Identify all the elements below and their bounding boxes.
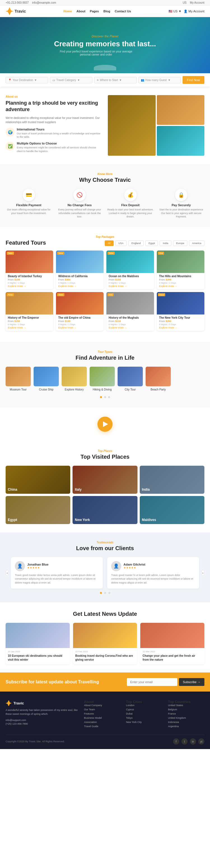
filter-egypt[interactable]: Egypt xyxy=(145,241,158,246)
nav-home[interactable]: Home xyxy=(64,9,72,13)
packages-row-2: New History of The Emperor From $150 0 N… xyxy=(6,292,204,331)
testimonial-author-info-1: Adam Gilchrist ★★★★★ xyxy=(124,563,145,569)
package-more-3[interactable]: Explore more → xyxy=(159,285,202,287)
place-card-egypt[interactable]: Egypt xyxy=(6,496,70,524)
nav-lang[interactable]: 🇺🇸 US ▼ xyxy=(169,9,181,13)
package-more-4[interactable]: Explore more → xyxy=(8,326,51,329)
news-card-1[interactable]: 15 Feb 2022 Booking travel during Corona… xyxy=(73,623,137,664)
footer-link-association[interactable]: Association xyxy=(84,721,120,723)
dot-3[interactable] xyxy=(108,396,110,398)
footer-link-belgium[interactable]: Belgium xyxy=(168,708,204,711)
top-bar-lang[interactable]: US xyxy=(182,1,186,4)
footer-link-business[interactable]: Business Model xyxy=(84,716,120,719)
nav-blog[interactable]: Blog xyxy=(103,9,110,13)
place-card-china[interactable]: China xyxy=(6,466,70,494)
footer-link-indonesia[interactable]: Indonesia xyxy=(168,721,204,723)
navbar: Travic Home About Pages Blog Contact Us … xyxy=(0,6,210,17)
place-card-newyork[interactable]: New York xyxy=(72,496,137,524)
footer-link-france[interactable]: France xyxy=(168,712,204,715)
footer-link-dubai[interactable]: Dubai xyxy=(126,712,163,715)
logo[interactable]: Travic xyxy=(6,7,26,15)
footer-col-countries-title: Top Countries xyxy=(168,700,204,704)
filter-all[interactable]: All xyxy=(105,241,114,246)
testimonials-tag: Testimonials xyxy=(6,541,204,544)
dot-2[interactable] xyxy=(104,396,106,398)
package-more-7[interactable]: Explore more → xyxy=(159,326,202,329)
place-card-maldives[interactable]: Maldives xyxy=(140,496,204,524)
footer-link-london[interactable]: London xyxy=(126,704,163,707)
footer-link-cyprus[interactable]: Cyprus xyxy=(126,708,163,711)
category-input[interactable]: 🗂 Travel Category ▼ xyxy=(50,77,93,83)
package-card-1: New Wildness of California From $354 0 N… xyxy=(56,250,104,289)
top-bar-right: US My Account xyxy=(182,1,204,4)
filter-england[interactable]: England xyxy=(128,241,144,246)
top-bar: +91-213-560-9837 info@example.com US My … xyxy=(0,0,210,6)
testimonials-next[interactable]: › xyxy=(201,570,204,576)
news-card-0[interactable]: 10 Jan 2022 10 European ski destinations… xyxy=(6,623,70,664)
youtube-icon[interactable]: yt xyxy=(198,738,204,745)
history-tour-image xyxy=(62,367,87,386)
nav-about[interactable]: About xyxy=(76,9,85,13)
package-card-3: Hot The Hills and Mountains From $299 0 … xyxy=(157,250,204,289)
testimonial-dot-3[interactable] xyxy=(108,592,110,594)
linkedin-icon[interactable]: in xyxy=(190,738,196,745)
news-card-2[interactable]: 22 Mar 2022 Change your place and get th… xyxy=(140,623,204,664)
subscribe-email-input[interactable] xyxy=(127,678,177,686)
testimonial-dot-2[interactable] xyxy=(104,592,106,594)
tour-type-hiking[interactable]: Hiking & Diving xyxy=(90,367,115,391)
place-card-india[interactable]: India xyxy=(140,466,204,494)
package-more-5[interactable]: Explore more → xyxy=(58,326,101,329)
footer-social: f t in yt xyxy=(173,738,204,745)
top-bar-account[interactable]: My Account xyxy=(190,1,204,4)
footer-link-argentina[interactable]: Argentina xyxy=(168,725,204,728)
tour-type-beach[interactable]: Beach Party xyxy=(146,367,171,391)
testimonial-dot-1[interactable] xyxy=(100,592,102,594)
package-meta-0: 0 Nights / 1 Days xyxy=(8,282,51,284)
package-more-0[interactable]: Explore more → xyxy=(8,285,51,287)
tour-type-museum[interactable]: Museum Tour xyxy=(6,367,31,391)
dot-1[interactable] xyxy=(100,396,102,398)
footer-link-tokyo[interactable]: Tokyo xyxy=(126,716,163,719)
package-card-5: Sale The old Empire of China From $183 0… xyxy=(56,292,104,331)
tour-type-cruise[interactable]: Cruise Ship xyxy=(34,367,59,391)
nav-account[interactable]: 👤 My Account xyxy=(184,9,204,13)
packages-header: Featured Tours All USA England Egypt Ind… xyxy=(6,240,204,246)
package-more-2[interactable]: Explore more → xyxy=(109,285,152,287)
package-badge-5: Sale xyxy=(57,293,64,296)
filter-usa[interactable]: USA xyxy=(115,241,127,246)
filter-europe[interactable]: Europe xyxy=(173,241,187,246)
twitter-icon[interactable]: t xyxy=(181,738,187,745)
tour-type-city[interactable]: City Tour xyxy=(117,367,143,391)
footer-link-our-team[interactable]: Our Team xyxy=(84,708,120,711)
destination-input[interactable]: 📍 Your Destination ▼ xyxy=(6,77,48,83)
testimonial-name-1: Adam Gilchrist xyxy=(124,563,145,566)
museum-tour-label: Museum Tour xyxy=(6,388,31,391)
find-now-button[interactable]: Find Now xyxy=(182,76,204,84)
guests-input[interactable]: 👥 How many Guest ▼ xyxy=(138,77,181,83)
package-more-1[interactable]: Explore more → xyxy=(58,285,101,287)
package-more-6[interactable]: Explore more → xyxy=(109,326,152,329)
filter-america[interactable]: America xyxy=(189,241,204,246)
footer-link-about-company[interactable]: About Company xyxy=(84,704,120,707)
testimonials-prev[interactable]: ‹ xyxy=(6,570,9,576)
footer-link-features[interactable]: Features xyxy=(84,712,120,715)
footer-link-travel-guide[interactable]: Travel Guide xyxy=(84,725,120,728)
footer-copyright: Copyright ©2020 By Travic Site. All Righ… xyxy=(6,740,65,743)
testimonials-section: Testimonials Love from our Clients ‹ 👤 J… xyxy=(0,532,210,602)
testimonial-name-0: Jonathan Blue xyxy=(27,563,48,566)
nav-contact[interactable]: Contact Us xyxy=(115,9,131,13)
facebook-icon[interactable]: f xyxy=(173,738,179,745)
tour-type-history[interactable]: Explore History xyxy=(62,367,87,391)
package-price-2: From $150 xyxy=(109,278,152,281)
play-button[interactable] xyxy=(98,416,112,432)
filter-india[interactable]: India xyxy=(160,241,171,246)
about-image-main xyxy=(108,95,156,156)
about-images xyxy=(108,95,204,156)
footer-link-usa[interactable]: United States xyxy=(168,704,204,707)
subscribe-button[interactable]: Subscribe → xyxy=(179,678,204,686)
depart-input[interactable]: ✈ Where to Start ▼ xyxy=(94,77,137,83)
place-card-italy[interactable]: Italy xyxy=(72,466,137,494)
nav-pages[interactable]: Pages xyxy=(90,9,99,13)
footer-link-nyc[interactable]: New York City xyxy=(126,721,163,723)
footer-link-uk[interactable]: United Kingdom xyxy=(168,716,204,719)
